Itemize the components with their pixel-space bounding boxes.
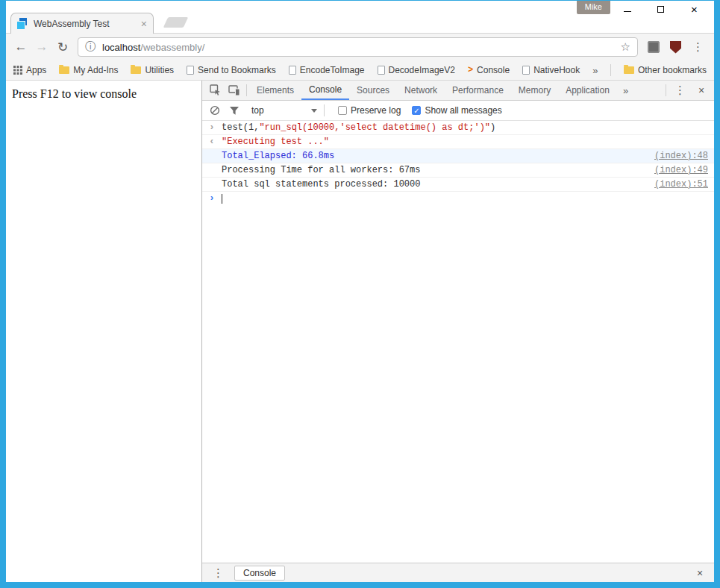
devtools-tab-application[interactable]: Application [558, 81, 617, 100]
toolbar-separator [324, 104, 325, 116]
minimize-icon [624, 11, 631, 12]
devtools-tab-performance[interactable]: Performance [445, 81, 511, 100]
bookmark-decodeimagev2[interactable]: DecodeImageV2 [378, 65, 455, 75]
page-icon [522, 66, 530, 75]
bookmarks-bar: Apps My Add-Ins Utilities Send to Bookma… [6, 60, 714, 81]
ublock-shield-icon[interactable] [670, 41, 681, 54]
bookmarks-overflow-icon[interactable]: » [592, 65, 598, 76]
minimize-button[interactable] [610, 1, 644, 17]
console-prompt[interactable]: › [202, 192, 714, 206]
address-bar[interactable]: ⓘ localhost/webassembly/ ☆ [78, 37, 638, 57]
site-info-icon[interactable]: ⓘ [85, 40, 96, 54]
bookmark-encodetoimage[interactable]: EncodeToImage [289, 65, 365, 75]
device-toolbar-icon[interactable] [225, 81, 244, 100]
bookmarks-separator [610, 64, 611, 76]
bookmark-label: Other bookmarks [638, 65, 707, 75]
devtools-panel: Elements Console Sources Network Perform… [202, 81, 714, 582]
preserve-log-label: Preserve log [351, 105, 401, 116]
url-path: /webassembly/ [140, 42, 204, 53]
clear-console-icon[interactable] [205, 101, 225, 120]
devtools-tabs-overflow-icon[interactable]: » [617, 85, 634, 96]
show-all-messages-label: Show all messages [425, 105, 501, 116]
toolbar-separator [246, 84, 247, 96]
drawer-tab-console[interactable]: Console [234, 566, 285, 581]
bookmark-nativehook[interactable]: NativeHook [522, 65, 580, 75]
window-controls: × [610, 1, 711, 17]
devtools-tab-sources[interactable]: Sources [349, 81, 397, 100]
drawer-close-icon[interactable]: × [690, 567, 710, 579]
bookmark-label: Apps [26, 65, 46, 75]
folder-icon [624, 66, 634, 74]
inspect-element-icon[interactable] [205, 81, 225, 100]
tab-title: WebAssembly Test [34, 19, 137, 29]
console-log-row: Total_Elapsed: 66.8ms (index):48 [202, 149, 714, 163]
url-host: localhost [102, 42, 140, 53]
devtools-menu-icon[interactable]: ⋮ [674, 84, 686, 97]
bookmark-label: NativeHook [533, 65, 580, 75]
filter-icon[interactable] [225, 101, 244, 120]
show-all-messages-checkbox[interactable]: ✓ Show all messages [412, 105, 501, 116]
devtools-drawer: ⋮ Console × [202, 563, 714, 582]
console-toolbar: top Preserve log ✓ Show all messages [202, 101, 714, 121]
profile-badge[interactable]: Mike [577, 1, 610, 14]
context-selector[interactable]: top [247, 105, 322, 116]
text-cursor [222, 194, 222, 204]
bookmark-label: Console [477, 65, 510, 75]
bookmark-star-icon[interactable]: ☆ [621, 40, 630, 54]
checkbox-checked[interactable]: ✓ [412, 106, 421, 115]
reload-button[interactable]: ↻ [52, 40, 73, 55]
browser-tab[interactable]: WebAssembly Test × [10, 13, 154, 34]
page-icon [289, 66, 296, 75]
browser-window: Mike × WebAssembly Test × ← → ↻ ⓘ localh… [6, 1, 714, 582]
bookmark-send-to-bookmarks[interactable]: Send to Bookmarks [187, 65, 276, 75]
devtools-toolbar: Elements Console Sources Network Perform… [202, 81, 714, 101]
console-result-row: ‹ "Executing test ..." [202, 135, 714, 149]
bookmark-label: DecodeImageV2 [389, 65, 455, 75]
maximize-icon [657, 6, 664, 13]
tab-favicon-icon [17, 18, 29, 30]
other-bookmarks-button[interactable]: Other bookmarks [624, 65, 707, 75]
bookmark-utilities[interactable]: Utilities [131, 65, 174, 75]
back-button[interactable]: ← [10, 40, 31, 54]
new-tab-button[interactable] [163, 17, 189, 28]
drawer-menu-icon[interactable]: ⋮ [213, 566, 224, 580]
close-button[interactable]: × [677, 1, 711, 17]
checkbox-unchecked[interactable] [338, 106, 347, 115]
maximize-button[interactable] [644, 1, 677, 17]
folder-icon [131, 66, 141, 74]
apps-grid-icon [13, 66, 22, 75]
close-icon: × [691, 4, 698, 15]
devtools-tab-console[interactable]: Console [301, 81, 349, 100]
page-message: Press F12 to view console [12, 87, 195, 101]
toolbar-separator [666, 84, 666, 96]
log-text: Total_Elapsed: 66.8ms [222, 151, 334, 161]
devtools-tab-network[interactable]: Network [397, 81, 445, 100]
nav-toolbar: ← → ↻ ⓘ localhost/webassembly/ ☆ ⋮ [6, 34, 714, 60]
result-text: "Executing test ..." [222, 137, 329, 147]
log-text: Processing Time for all workers: 67ms [222, 165, 420, 175]
titlebar[interactable]: Mike × WebAssembly Test × [6, 1, 714, 34]
devtools-close-icon[interactable]: × [692, 84, 711, 96]
bookmark-my-add-ins[interactable]: My Add-Ins [59, 65, 118, 75]
dropdown-caret-icon [311, 109, 317, 113]
context-value: top [251, 105, 264, 116]
browser-menu-icon[interactable]: ⋮ [692, 40, 704, 54]
bookmark-label: Utilities [145, 65, 174, 75]
source-link[interactable]: (index):51 [654, 179, 708, 190]
console-log-row: Total sql statements processed: 10000 (i… [202, 178, 714, 192]
bookmark-console[interactable]: >Console [468, 65, 510, 75]
console-command-row: › test(1,"run_sql(10000,'select datetime… [202, 121, 714, 135]
source-link[interactable]: (index):48 [654, 151, 708, 161]
folder-icon [59, 66, 69, 74]
devtools-tab-elements[interactable]: Elements [249, 81, 301, 100]
tab-close-icon[interactable]: × [141, 18, 147, 30]
forward-button[interactable]: → [31, 40, 52, 54]
preserve-log-checkbox[interactable]: Preserve log [338, 105, 401, 116]
page-icon [187, 66, 194, 75]
bookmark-apps[interactable]: Apps [13, 65, 46, 75]
page-icon [378, 66, 385, 75]
devtools-tab-memory[interactable]: Memory [511, 81, 558, 100]
bookmark-label: EncodeToImage [300, 65, 365, 75]
source-link[interactable]: (index):49 [654, 165, 708, 175]
extension-icon[interactable] [648, 41, 660, 53]
